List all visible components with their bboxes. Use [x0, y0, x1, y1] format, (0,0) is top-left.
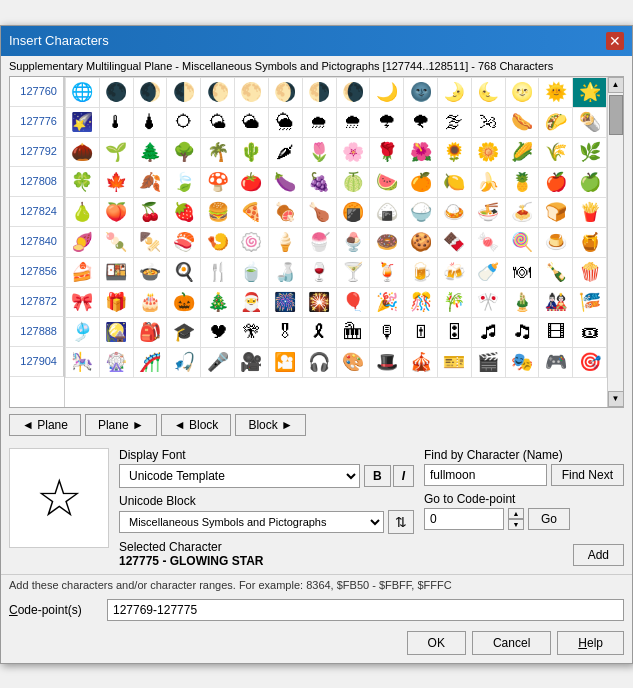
- char-cell[interactable]: 🎓: [167, 317, 201, 347]
- char-cell[interactable]: 🎞: [539, 317, 573, 347]
- char-cell[interactable]: 🌝: [505, 77, 539, 107]
- char-cell[interactable]: 🌬: [471, 107, 505, 137]
- codepoint-input[interactable]: [424, 508, 504, 530]
- char-cell[interactable]: 🍖: [268, 197, 302, 227]
- char-cell[interactable]: 🎚: [404, 317, 438, 347]
- char-cell[interactable]: 🎐: [66, 317, 100, 347]
- char-cell[interactable]: 🎡: [99, 347, 133, 377]
- char-cell[interactable]: 🍅: [235, 167, 269, 197]
- char-cell[interactable]: 🍊: [404, 167, 438, 197]
- char-cell[interactable]: 🌵: [235, 137, 269, 167]
- char-cell[interactable]: 🌼: [471, 137, 505, 167]
- char-cell[interactable]: 🍞: [539, 197, 573, 227]
- char-cell[interactable]: 🎒: [133, 317, 167, 347]
- char-cell[interactable]: 🎌: [471, 287, 505, 317]
- char-cell[interactable]: 🎄: [201, 287, 235, 317]
- char-cell[interactable]: 🎁: [99, 287, 133, 317]
- char-cell[interactable]: 🎕: [235, 317, 269, 347]
- char-cell[interactable]: 🍎: [539, 167, 573, 197]
- char-cell[interactable]: 🍑: [99, 197, 133, 227]
- italic-button[interactable]: I: [393, 465, 414, 487]
- char-cell[interactable]: 🍻: [437, 257, 471, 287]
- go-button[interactable]: Go: [528, 508, 570, 530]
- char-cell[interactable]: 🍚: [404, 197, 438, 227]
- char-cell[interactable]: 🍓: [167, 197, 201, 227]
- char-cell[interactable]: 🍒: [133, 197, 167, 227]
- char-cell[interactable]: 🍆: [268, 167, 302, 197]
- help-button[interactable]: Help: [557, 631, 624, 655]
- char-cell[interactable]: 🎟: [573, 317, 607, 347]
- char-cell[interactable]: 🍯: [573, 227, 607, 257]
- char-cell[interactable]: 🌜: [471, 77, 505, 107]
- char-cell[interactable]: 🌗: [302, 77, 336, 107]
- char-cell[interactable]: 🍴: [201, 257, 235, 287]
- char-cell[interactable]: 🍘: [336, 197, 370, 227]
- char-cell[interactable]: 🌞: [539, 77, 573, 107]
- unicode-block-select[interactable]: Miscellaneous Symbols and Pictographs: [119, 511, 384, 533]
- bold-button[interactable]: B: [364, 465, 391, 487]
- char-cell[interactable]: 🍵: [235, 257, 269, 287]
- char-cell[interactable]: 🎈: [336, 287, 370, 317]
- char-cell[interactable]: 🌷: [302, 137, 336, 167]
- char-cell[interactable]: 🌖: [268, 77, 302, 107]
- char-cell[interactable]: 🍰: [66, 257, 100, 287]
- char-cell[interactable]: 🍡: [99, 227, 133, 257]
- cancel-button[interactable]: Cancel: [472, 631, 551, 655]
- char-cell[interactable]: 🍼: [471, 257, 505, 287]
- add-button[interactable]: Add: [573, 544, 624, 566]
- char-cell[interactable]: 🍬: [471, 227, 505, 257]
- char-cell[interactable]: 🌸: [336, 137, 370, 167]
- prev-block-button[interactable]: ◄ Block: [161, 414, 232, 436]
- char-cell[interactable]: 🌧: [302, 107, 336, 137]
- char-cell[interactable]: 🌥: [235, 107, 269, 137]
- char-cell[interactable]: 🎜: [471, 317, 505, 347]
- char-cell[interactable]: 🍺: [404, 257, 438, 287]
- char-cell[interactable]: 🍗: [302, 197, 336, 227]
- char-cell[interactable]: 🍣: [167, 227, 201, 257]
- char-cell[interactable]: 🍂: [133, 167, 167, 197]
- char-cell[interactable]: 🌐: [66, 77, 100, 107]
- char-cell[interactable]: 🌙: [370, 77, 404, 107]
- char-cell[interactable]: 🌚: [404, 77, 438, 107]
- char-cell[interactable]: 🌰: [66, 137, 100, 167]
- char-cell[interactable]: 🎋: [437, 287, 471, 317]
- char-cell[interactable]: 🍱: [99, 257, 133, 287]
- char-cell[interactable]: 🌑: [99, 77, 133, 107]
- display-font-select[interactable]: Unicode Template: [119, 464, 360, 488]
- char-cell[interactable]: 🌕: [235, 77, 269, 107]
- char-cell[interactable]: 🎉: [370, 287, 404, 317]
- find-next-button[interactable]: Find Next: [551, 464, 624, 486]
- char-cell[interactable]: 🌨: [336, 107, 370, 137]
- char-cell[interactable]: 🍋: [437, 167, 471, 197]
- char-cell[interactable]: 🌻: [437, 137, 471, 167]
- char-cell[interactable]: 🎎: [539, 287, 573, 317]
- char-cell[interactable]: 🎮: [539, 347, 573, 377]
- char-cell[interactable]: 🌣: [167, 107, 201, 137]
- char-cell[interactable]: 🎘: [336, 317, 370, 347]
- scrollbar[interactable]: ▲ ▼: [607, 77, 623, 407]
- char-cell[interactable]: 🌛: [437, 77, 471, 107]
- char-cell[interactable]: 🎩: [370, 347, 404, 377]
- char-cell[interactable]: 🌭: [505, 107, 539, 137]
- char-cell[interactable]: 🍿: [573, 257, 607, 287]
- char-cell[interactable]: 🌲: [133, 137, 167, 167]
- char-cell[interactable]: 🎆: [268, 287, 302, 317]
- char-cell[interactable]: 🍭: [505, 227, 539, 257]
- char-cell[interactable]: 🎙: [370, 317, 404, 347]
- char-cell[interactable]: 🎢: [133, 347, 167, 377]
- char-cell[interactable]: 🌾: [539, 137, 573, 167]
- char-cell[interactable]: 🎨: [336, 347, 370, 377]
- char-cell[interactable]: 🍸: [336, 257, 370, 287]
- next-plane-button[interactable]: Plane ►: [85, 414, 157, 436]
- char-cell[interactable]: 🎤: [201, 347, 235, 377]
- char-cell[interactable]: 🍪: [404, 227, 438, 257]
- char-cell[interactable]: 🎀: [66, 287, 100, 317]
- char-cell[interactable]: 🍥: [235, 227, 269, 257]
- char-cell[interactable]: 🌳: [167, 137, 201, 167]
- codepoints-input[interactable]: [107, 599, 624, 621]
- char-cell[interactable]: 🌹: [370, 137, 404, 167]
- char-cell[interactable]: 🌯: [573, 107, 607, 137]
- char-cell[interactable]: 🍮: [539, 227, 573, 257]
- char-cell[interactable]: 🌺: [404, 137, 438, 167]
- char-cell[interactable]: 🍛: [437, 197, 471, 227]
